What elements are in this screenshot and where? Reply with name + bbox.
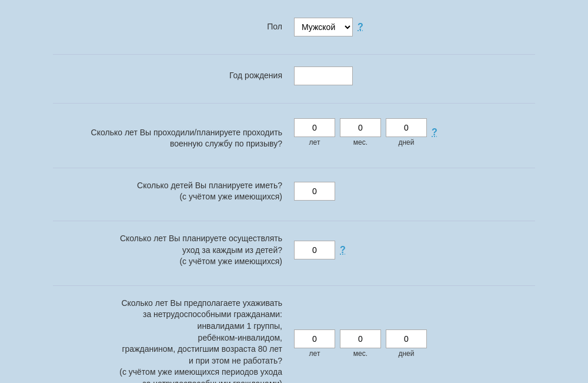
control-voennaya-sluzhba: лет мес. дней ? (294, 118, 535, 146)
divider-2 (53, 103, 535, 104)
duration-voennaya-sluzhba: лет мес. дней (294, 118, 427, 146)
control-pol: Мужской Женский ? (294, 18, 535, 36)
uhod-invalid-years-input[interactable] (294, 329, 335, 348)
row-voennaya-sluzhba: Сколько лет Вы проходили/планируете прох… (53, 109, 535, 156)
divider-4 (53, 221, 535, 221)
months-item-voennaya: мес. (340, 118, 381, 146)
label-uhod-invalid: Сколько лет Вы предполагаете ухаживатьза… (53, 298, 294, 383)
control-deti (294, 182, 535, 201)
control-uhod-invalid: лет мес. дней (294, 329, 535, 358)
days-label-invalid: дней (398, 349, 414, 358)
divider-1 (53, 54, 535, 55)
uhod-invalid-months-input[interactable] (340, 329, 381, 348)
row-uhod-deti: Сколько лет Вы планируете осуществлятьух… (53, 227, 535, 274)
uhod-deti-help[interactable]: ? (340, 245, 346, 255)
row-uhod-invalid: Сколько лет Вы предполагаете ухаживатьза… (53, 292, 535, 383)
years-label-invalid: лет (309, 349, 320, 358)
label-pol: Пол (53, 21, 294, 33)
row-deti: Сколько детей Вы планируете иметь?(с учё… (53, 174, 535, 209)
label-god-rozhdeniya: Год рождения (53, 70, 294, 82)
label-deti: Сколько детей Вы планируете иметь?(с учё… (53, 180, 294, 203)
pol-help[interactable]: ? (358, 22, 363, 32)
days-item-invalid: дней (386, 329, 427, 358)
control-uhod-deti: ? (294, 241, 535, 259)
days-item-voennaya: дней (386, 118, 427, 146)
uhod-invalid-days-input[interactable] (386, 329, 427, 348)
god-rozhdeniya-input[interactable] (294, 66, 353, 85)
months-label: мес. (353, 138, 368, 146)
divider-3 (53, 168, 535, 168)
uhod-deti-input[interactable] (294, 241, 335, 259)
pol-select[interactable]: Мужской Женский (294, 18, 353, 36)
years-label: лет (309, 138, 320, 146)
duration-uhod-invalid: лет мес. дней (294, 329, 427, 358)
form-container: Пол Мужской Женский ? Год рождения Сколь… (29, 0, 559, 383)
label-voennaya-sluzhba: Сколько лет Вы проходили/планируете прох… (53, 115, 294, 150)
control-god-rozhdeniya (294, 66, 535, 85)
voennaya-years-input[interactable] (294, 118, 335, 137)
divider-5 (53, 285, 535, 286)
years-item-voennaya: лет (294, 118, 335, 146)
row-pol: Пол Мужской Женский ? (53, 12, 535, 42)
days-label: дней (398, 138, 414, 146)
years-item-invalid: лет (294, 329, 335, 358)
voennaya-days-input[interactable] (386, 118, 427, 137)
months-item-invalid: мес. (340, 329, 381, 358)
row-god-rozhdeniya: Год рождения (53, 61, 535, 91)
voennaya-help[interactable]: ? (432, 127, 437, 138)
label-uhod-deti: Сколько лет Вы планируете осуществлятьух… (53, 233, 294, 268)
voennaya-months-input[interactable] (340, 118, 381, 137)
deti-input[interactable] (294, 182, 335, 201)
months-label-invalid: мес. (353, 349, 368, 358)
